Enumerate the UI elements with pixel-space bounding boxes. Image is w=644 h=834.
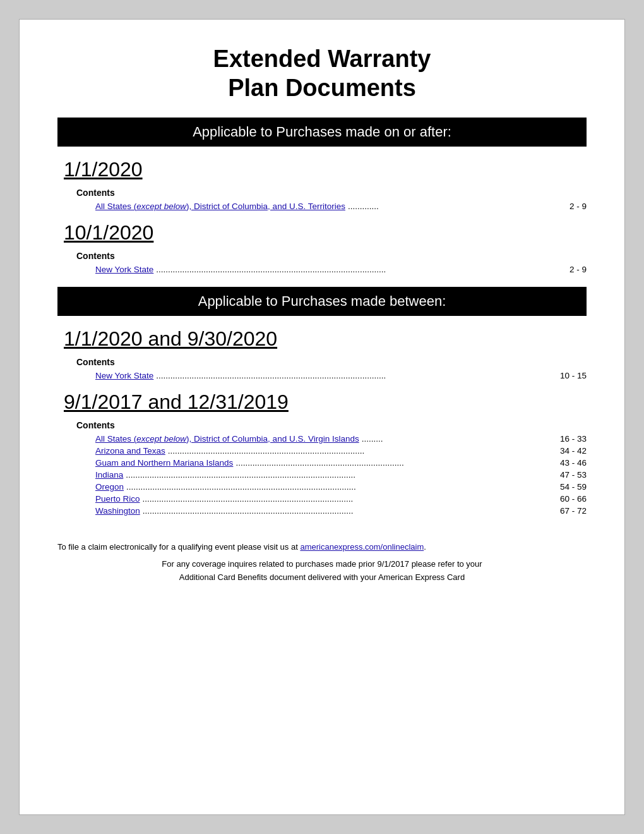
toc-link-indiana[interactable]: Indiana: [95, 470, 123, 480]
footer-line1-suffix: .: [424, 542, 426, 552]
document-page: Extended Warranty Plan Documents Applica…: [19, 19, 625, 815]
date-2017-2019: 9/1/2017 and 12/31/2019: [64, 390, 587, 414]
link-italic-2: except below: [136, 434, 186, 444]
toc-dots-guam: ........................................…: [236, 458, 558, 468]
toc-dots-puerto-rico: ........................................…: [143, 494, 558, 504]
link-prefix-2: All States (: [95, 434, 136, 444]
toc-pages-puerto-rico: 60 - 66: [560, 494, 587, 504]
subsection-1-1-2020: 1/1/2020 Contents All States (except bel…: [57, 158, 587, 211]
toc-dots-all-2: .........: [362, 434, 558, 444]
subsection-10-1-2020: 10/1/2020 Contents New York State ......…: [57, 221, 587, 274]
toc-pages-ny-2: 10 - 15: [560, 371, 587, 380]
footer-line2: For any coverage inquires related to pur…: [57, 558, 587, 571]
toc-link-ny-1[interactable]: New York State: [95, 265, 153, 274]
date-10-1-2020: 10/1/2020: [64, 221, 587, 245]
toc-link-puerto-rico[interactable]: Puerto Rico: [95, 494, 140, 504]
toc-entry-oregon: Oregon .................................…: [95, 482, 587, 492]
toc-dots-indiana: ........................................…: [126, 470, 558, 480]
toc-link-ny-2[interactable]: New York State: [95, 371, 153, 380]
toc-dots-washington: ........................................…: [143, 506, 558, 516]
bar-on-or-after: Applicable to Purchases made on or after…: [57, 118, 587, 147]
toc-pages-oregon: 54 - 59: [560, 482, 587, 492]
toc-pages-indiana: 47 - 53: [560, 470, 587, 480]
toc-pages-all-2: 16 - 33: [560, 434, 587, 444]
footer-link[interactable]: americanexpress.com/onlineclaim: [300, 542, 424, 552]
toc-entry-indiana: Indiana ................................…: [95, 470, 587, 480]
toc-pages-ny-1: 2 - 9: [569, 265, 587, 274]
bar-between: Applicable to Purchases made between:: [57, 287, 587, 316]
toc-pages-1: 2 - 9: [569, 202, 587, 211]
link-prefix-1: All States (: [95, 202, 136, 211]
toc-dots-oregon: ........................................…: [126, 482, 558, 492]
toc-entry-puerto-rico: Puerto Rico ............................…: [95, 494, 587, 504]
toc-entry-all-states-2: All States (except below), District of C…: [95, 434, 587, 444]
toc-pages-guam: 43 - 46: [560, 458, 587, 468]
toc-link-guam[interactable]: Guam and Northern Mariana Islands: [95, 458, 233, 468]
toc-link-all-states-2[interactable]: All States (except below), District of C…: [95, 434, 359, 444]
toc-entry-washington: Washington .............................…: [95, 506, 587, 516]
date-between-2020: 1/1/2020 and 9/30/2020: [64, 327, 587, 351]
footer: To file a claim electronically for a qua…: [57, 541, 587, 584]
link-suffix-2: ), District of Columbia, and U.S. Virgin…: [186, 434, 359, 444]
subsection-between-2020: 1/1/2020 and 9/30/2020 Contents New York…: [57, 327, 587, 380]
contents-label-2: Contents: [76, 251, 587, 261]
toc-link-oregon[interactable]: Oregon: [95, 482, 124, 492]
toc-entry-guam: Guam and Northern Mariana Islands ......…: [95, 458, 587, 468]
footer-line1: To file a claim electronically for a qua…: [57, 541, 587, 554]
toc-entry-all-states-1: All States (except below), District of C…: [95, 202, 587, 211]
main-title: Extended Warranty Plan Documents: [57, 45, 587, 102]
subsection-2017-2019: 9/1/2017 and 12/31/2019 Contents All Sta…: [57, 390, 587, 516]
toc-dots-arizona: ........................................…: [168, 446, 558, 456]
contents-label-3: Contents: [76, 357, 587, 367]
toc-link-all-states-1[interactable]: All States (except below), District of C…: [95, 202, 345, 211]
toc-link-arizona[interactable]: Arizona and Texas: [95, 446, 165, 456]
title-line2: Plan Documents: [57, 74, 587, 103]
link-italic-1: except below: [136, 202, 186, 211]
footer-line1-prefix: To file a claim electronically for a qua…: [57, 542, 300, 552]
toc-entry-arizona: Arizona and Texas ......................…: [95, 446, 587, 456]
toc-pages-washington: 67 - 72: [560, 506, 587, 516]
toc-entry-ny-1: New York State .........................…: [95, 265, 587, 274]
contents-label-1: Contents: [76, 188, 587, 198]
toc-pages-arizona: 34 - 42: [560, 446, 587, 456]
date-1-1-2020: 1/1/2020: [64, 158, 587, 181]
title-line1: Extended Warranty: [57, 45, 587, 74]
contents-label-4: Contents: [76, 420, 587, 430]
footer-line3: Additional Card Benefits document delive…: [57, 571, 587, 584]
toc-dots-ny-1: ........................................…: [156, 265, 567, 274]
toc-dots-1: .............: [348, 202, 567, 211]
toc-dots-ny-2: ........................................…: [156, 371, 558, 380]
toc-entry-ny-2: New York State .........................…: [95, 371, 587, 380]
toc-link-washington[interactable]: Washington: [95, 506, 140, 516]
link-suffix-1: ), District of Columbia, and U.S. Territ…: [186, 202, 345, 211]
